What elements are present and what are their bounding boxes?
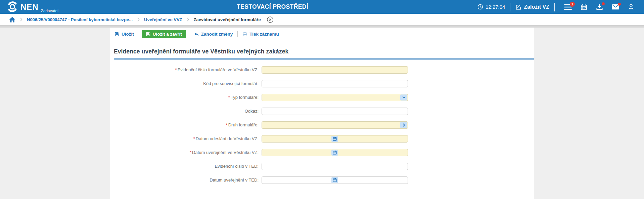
field-input[interactable] [262,121,408,129]
field-input[interactable] [262,94,408,101]
top-bar: NEN Zadavatel TESTOVACÍ PROSTŘEDÍ 12:27:… [0,0,644,14]
field-label: *Odkaz: [110,109,259,114]
form: *Evidenční číslo formuláře ve Věstníku V… [110,63,534,187]
chevron-right-icon [20,17,22,22]
field-input-wrap [262,80,408,87]
chevron-right-icon [187,17,189,22]
breadcrumb: N006/25/V00004747 - Posílení kybernetick… [0,14,644,26]
environment-label: TESTOVACÍ PROSTŘEDÍ [237,0,308,14]
discard-changes-button[interactable]: Zahodit změny [192,30,235,38]
breadcrumb-item-current: Zaevidovat uveřejnění formuláře [194,17,261,22]
downloads-button[interactable] [596,4,603,10]
save-label: Uložit [122,32,134,37]
required-asterisk: * [228,95,230,100]
undo-icon [194,32,199,37]
printer-icon [242,32,247,37]
create-vz-button[interactable]: Založit VZ [515,4,549,10]
save-and-close-label: Uložit a zavřít [153,32,182,37]
field-input-wrap [262,176,408,184]
close-icon [267,16,273,23]
home-icon [9,17,15,23]
field-label: *Typ formuláře: [110,95,259,100]
field-label-text: Evidenční číslo v TED: [215,164,259,169]
form-field-row: *Druh formuláře: [110,118,534,132]
form-field-row: *Evidenční číslo v TED: [110,159,534,173]
field-input-wrap [262,108,408,115]
topbar-actions: 12:27:04 Založit VZ 1 [477,3,644,11]
date-picker-button[interactable] [331,177,338,183]
field-label: *Kód pro související formulář: [110,81,259,86]
calendar-icon [332,150,337,155]
required-asterisk: * [190,150,191,155]
menu-badge: 1 [570,2,575,7]
calendar-button[interactable] [581,4,587,10]
field-label: *Datum odeslání do Věstníku VZ: [110,136,259,141]
field-input[interactable] [262,108,408,115]
messages-button[interactable] [612,4,619,10]
user-profile-button[interactable] [628,4,634,10]
form-field-row: *Typ formuláře: [110,90,534,104]
divider [139,31,139,37]
notification-dot [602,2,605,5]
clock-icon [477,4,483,10]
compose-icon [515,4,521,10]
field-label-text: Typ formuláře: [231,95,259,100]
field-input-wrap [262,135,408,143]
field-label: *Druh formuláře: [110,122,259,127]
divider [237,31,238,37]
save-icon [146,32,151,37]
nen-logo-icon [7,1,18,12]
picker-open-button[interactable] [400,122,407,128]
field-input[interactable] [262,163,408,170]
calendar-icon [581,4,587,10]
brand-name: NEN [20,3,39,11]
notification-dot [618,3,621,6]
print-record-button[interactable]: Tisk záznamu [240,30,281,38]
field-label-text: Odkaz: [245,109,259,114]
field-input-wrap [262,66,408,74]
user-icon [628,4,634,10]
form-field-row: *Odkaz: [110,104,534,118]
required-asterisk: * [193,136,195,141]
field-label: *Datum uveřejnění ve Věstníku VZ: [110,150,259,155]
page-background: Uložit Uložit a zavřít Zahodit změny [0,28,644,199]
form-field-row: *Datum uveřejnění v TED: [110,173,534,187]
session-clock: 12:27:04 [477,4,505,10]
divider [554,3,555,11]
content-panel: Uložit Uložit a zavřít Zahodit změny [110,28,534,199]
field-input-wrap [262,163,408,170]
record-toolbar: Uložit Uložit a zavřít Zahodit změny [110,28,534,41]
print-record-label: Tisk záznamu [249,32,279,37]
form-field-row: *Kód pro související formulář: [110,77,534,90]
field-label: *Evidenční číslo formuláře ve Věstníku V… [110,67,259,72]
field-label-text: Datum uveřejnění ve Věstníku VZ: [192,150,259,155]
brand-subtitle: Zadavatel [41,9,58,13]
form-field-row: *Datum odeslání do Věstníku VZ: [110,132,534,146]
save-icon [114,32,120,37]
field-label-text: Evidenční číslo formuláře ve Věstníku VZ… [178,67,259,72]
field-input[interactable] [262,66,408,74]
field-input-wrap [262,149,408,156]
app-logo[interactable]: NEN Zadavatel [7,1,58,13]
save-button[interactable]: Uložit [112,30,136,38]
form-field-row: *Evidenční číslo formuláře ve Věstníku V… [110,63,534,77]
field-input[interactable] [262,80,408,87]
select-dropdown-button[interactable] [400,94,407,101]
breadcrumb-item-procurement[interactable]: N006/25/V00004747 - Posílení kybernetick… [27,17,133,22]
home-button[interactable] [9,17,15,23]
hamburger-menu-button[interactable]: 1 [564,4,572,10]
divider [189,31,189,37]
chevron-right-icon [402,123,406,127]
create-vz-label: Založit VZ [524,4,549,10]
breadcrumb-item-vvz[interactable]: Uveřejnění ve VVZ [144,17,182,22]
close-tab-button[interactable] [267,16,273,23]
field-label-text: Druh formuláře: [228,122,259,127]
save-and-close-button[interactable]: Uložit a zavřít [142,30,186,38]
date-picker-button[interactable] [331,136,338,142]
required-asterisk: * [175,67,177,72]
calendar-icon [332,178,337,183]
field-input-wrap [262,121,408,129]
divider [510,3,510,11]
date-picker-button[interactable] [331,150,338,156]
divider [284,31,284,37]
